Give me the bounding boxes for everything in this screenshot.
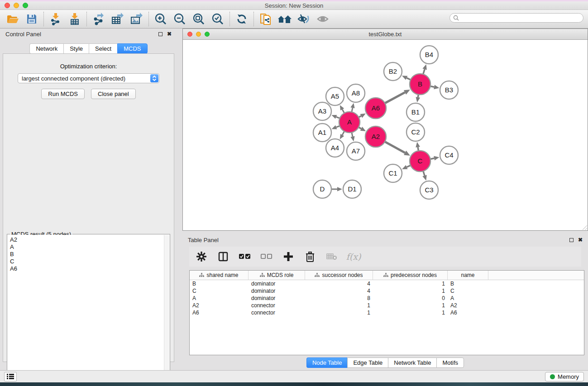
mcds-panel-body: Optimization criterion: largest connecte…	[3, 53, 174, 362]
graph-node-label-A5: A5	[331, 92, 339, 100]
open-file-icon[interactable]	[5, 11, 21, 27]
table-panel: Table Panel ✖ f(x) shared name	[182, 234, 588, 369]
column-header-mcds-role[interactable]: MCDS role	[249, 271, 305, 280]
zoom-in-icon[interactable]	[153, 11, 169, 27]
graph-node-label-C3: C3	[425, 186, 433, 194]
table-row[interactable]: Cdominator41C	[190, 287, 584, 295]
tab-network[interactable]: Network	[29, 43, 63, 54]
memory-label: Memory	[558, 373, 579, 380]
graph-edge-arrowhead	[422, 64, 426, 70]
close-panel-button[interactable]: Close panel	[91, 89, 136, 99]
criterion-dropdown[interactable]: largest connected component (directed)	[18, 73, 159, 83]
graph-edge-C-C3[interactable]	[423, 171, 425, 176]
graph-node-label-A6: A6	[372, 104, 380, 112]
tab-select[interactable]: Select	[89, 43, 117, 54]
unselect-all-columns-icon[interactable]	[261, 251, 272, 262]
result-item[interactable]: C	[10, 258, 169, 265]
graph-edge-B-B2[interactable]	[406, 78, 411, 80]
graph-node-label-A3: A3	[318, 107, 326, 115]
tab-motifs[interactable]: Motifs	[436, 357, 464, 368]
task-history-button[interactable]	[4, 372, 17, 381]
table-settings-gear-icon[interactable]	[196, 251, 207, 262]
graph-edge-arrowhead	[434, 85, 439, 90]
import-network-icon[interactable]	[48, 11, 64, 27]
graph-node-label-C: C	[418, 157, 423, 165]
zoom-fit-icon[interactable]	[191, 11, 207, 27]
refresh-icon[interactable]	[234, 11, 250, 27]
result-item[interactable]: A	[10, 243, 169, 251]
graph-node-label-B4: B4	[425, 51, 433, 58]
desktop-wallpaper-strip	[0, 382, 588, 386]
control-panel-tabs: Network Style Select MCDS	[0, 43, 177, 54]
graph-node-label-C2: C2	[411, 128, 420, 136]
tab-style[interactable]: Style	[63, 43, 89, 54]
table-row[interactable]: Adominator80A	[190, 295, 584, 302]
select-all-columns-icon[interactable]	[239, 251, 251, 262]
tab-node-table[interactable]: Node Table	[306, 357, 348, 368]
table-toolbar: f(x)	[189, 247, 581, 267]
result-item[interactable]: B	[10, 251, 169, 258]
graph-edge-C-C1[interactable]	[407, 165, 411, 167]
column-header-successor-nodes[interactable]: successor nodes	[305, 271, 373, 280]
table-row[interactable]: Bdominator41B	[190, 280, 584, 287]
graph-edge-arrowhead	[332, 125, 337, 129]
mcds-result-list[interactable]: A2 A B C A6	[8, 235, 169, 386]
clone-network-icon[interactable]	[258, 11, 274, 27]
zoom-selected-icon[interactable]	[210, 11, 226, 27]
control-panel-title: Control Panel	[5, 31, 41, 38]
network-canvas[interactable]: B4B2BB3A8A5A6A3B1AA1C2A2A4A7C4CC1C3DD1	[183, 40, 587, 230]
toolbar-separator	[253, 12, 254, 26]
zoom-out-icon[interactable]	[172, 11, 188, 27]
graph-edge-A-A7[interactable]	[352, 132, 353, 136]
node-table-header: shared name MCDS role successor nodes pr…	[190, 271, 584, 280]
search-field[interactable]	[449, 13, 583, 23]
export-image-icon[interactable]	[129, 11, 145, 27]
show-columns-icon[interactable]	[217, 251, 229, 262]
graph-node-label-A7: A7	[352, 147, 360, 155]
search-icon	[453, 15, 459, 21]
save-session-icon[interactable]	[24, 11, 40, 27]
column-header-predecessor-nodes[interactable]: predecessor nodes	[373, 271, 448, 280]
graph-edge-B-B3[interactable]	[430, 86, 435, 87]
float-panel-icon[interactable]	[158, 32, 163, 36]
column-header-shared-name[interactable]: shared name	[190, 271, 249, 280]
graph-edge-A2-C[interactable]	[385, 142, 405, 153]
table-row[interactable]: A6connector11A6	[190, 309, 584, 316]
create-column-icon[interactable]	[282, 251, 294, 262]
graph-edge-A6-B[interactable]	[385, 92, 405, 103]
show-all-icon[interactable]	[315, 11, 331, 27]
toolbar-separator	[43, 12, 44, 26]
result-item[interactable]: A2	[10, 236, 169, 243]
export-network-icon[interactable]	[91, 11, 107, 27]
main-toolbar	[0, 10, 588, 29]
graph-edge-C-C4[interactable]	[430, 158, 435, 159]
run-mcds-button[interactable]: Run MCDS	[41, 89, 85, 99]
export-table-icon[interactable]	[110, 11, 126, 27]
graph-edge-A-A5[interactable]	[342, 110, 344, 113]
graph-edge-B-B4[interactable]	[423, 69, 425, 74]
hide-selected-icon[interactable]	[296, 11, 312, 27]
tab-mcds[interactable]: MCDS	[117, 43, 147, 54]
tab-network-table[interactable]: Network Table	[388, 357, 436, 368]
search-input[interactable]	[461, 15, 583, 21]
close-panel-icon[interactable]: ✖	[167, 31, 172, 37]
tab-edge-table[interactable]: Edge Table	[347, 357, 388, 368]
delete-column-trash-icon[interactable]	[304, 251, 316, 262]
window-title: Session: New Session	[0, 2, 588, 9]
toolbar-separator	[148, 12, 149, 26]
result-item[interactable]: A6	[10, 265, 169, 272]
graph-node-label-B1: B1	[411, 108, 420, 116]
graph-edge-A-A3[interactable]	[336, 117, 340, 118]
graph-edge-A-A8[interactable]	[352, 108, 353, 112]
close-table-panel-icon[interactable]: ✖	[578, 237, 583, 243]
column-header-name[interactable]: name	[448, 271, 488, 280]
table-row[interactable]: A2connector11A2	[190, 302, 584, 309]
first-neighbors-icon[interactable]	[277, 11, 293, 27]
memory-button[interactable]: Memory	[545, 372, 584, 381]
graph-edge-A-A4[interactable]	[342, 131, 344, 135]
graph-node-label-B: B	[418, 80, 422, 88]
float-table-panel-icon[interactable]	[569, 238, 574, 242]
result-scrollbar[interactable]	[164, 235, 169, 386]
import-table-icon[interactable]	[67, 11, 83, 27]
control-panel: Control Panel ✖ Network Style Select MCD…	[0, 29, 177, 370]
